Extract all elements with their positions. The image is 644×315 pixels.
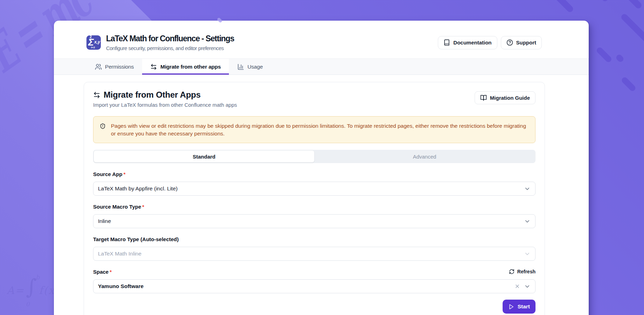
card-header: 2 Σ x,y i=2 LaTeX Math for Confluence - … [54, 21, 589, 58]
space-select[interactable]: Yamuno Software [93, 279, 536, 293]
refresh-icon [509, 269, 514, 274]
mode-advanced[interactable]: Advanced [314, 150, 535, 162]
swap-arrows-icon [93, 91, 100, 99]
background-dash [596, 46, 613, 63]
tab-usage[interactable]: Usage [229, 59, 271, 75]
field-space: Space* Refresh Yamuno Software [93, 268, 536, 293]
refresh-button[interactable]: Refresh [509, 269, 536, 274]
target-macro-type-label: Target Macro Type (Auto-selected) [93, 236, 178, 242]
source-macro-type-label: Source Macro Type* [93, 204, 144, 210]
required-marker: * [124, 171, 126, 177]
warning-banner: Pages with view or edit restrictions may… [93, 116, 536, 143]
swap-arrows-icon [150, 63, 157, 70]
bar-chart-icon [237, 63, 244, 70]
space-label: Space* [93, 269, 112, 275]
source-macro-type-select[interactable]: Inline [93, 214, 536, 228]
shield-alert-icon [100, 122, 106, 137]
page-title: LaTeX Math for Confluence - Settings [106, 34, 234, 43]
field-source-macro-type: Source Macro Type* Inline [93, 203, 536, 228]
chevron-down-icon [524, 218, 531, 225]
migration-panel: Migrate from Other Apps Import your LaTe… [84, 82, 545, 315]
users-icon [95, 63, 102, 70]
source-app-select[interactable]: LaTeX Math by Appfire (incl. Lite) [93, 182, 536, 196]
book-open-icon [480, 94, 487, 101]
formula-lower-limit: 0 [26, 301, 30, 308]
source-app-label: Source App* [93, 171, 125, 177]
mode-switch: Standard Advanced [93, 150, 536, 163]
start-button[interactable]: Start [503, 300, 536, 314]
page-subtitle: Configure security, permissions, and edi… [106, 45, 234, 51]
target-macro-type-select: LaTeX Math Inline [93, 247, 536, 261]
chevron-down-icon [524, 283, 531, 290]
book-icon [443, 39, 450, 46]
migration-guide-button[interactable]: Migration Guide [475, 91, 536, 104]
formula-prefix: A= [7, 284, 24, 296]
background-dash [583, 0, 609, 2]
mode-standard[interactable]: Standard [94, 150, 314, 162]
tab-permissions[interactable]: Permissions [86, 59, 142, 75]
background-dash [553, 0, 574, 13]
app-logo: 2 Σ x,y i=2 [86, 35, 101, 50]
background-dash [620, 13, 644, 44]
background-dash [618, 0, 643, 10]
panel-subtitle: Import your LaTeX formulas from other Co… [93, 102, 237, 108]
field-target-macro-type: Target Macro Type (Auto-selected) LaTeX … [93, 236, 536, 261]
field-source-app: Source App* LaTeX Math by Appfire (incl.… [93, 170, 536, 196]
formula-upper-limit: b [36, 274, 40, 281]
background-dash [621, 76, 637, 92]
settings-card: 2 Σ x,y i=2 LaTeX Math for Confluence - … [54, 21, 589, 315]
clear-icon[interactable] [514, 284, 520, 289]
help-circle-icon [506, 39, 513, 46]
support-button[interactable]: Support [501, 36, 542, 49]
panel-title: Migrate from Other Apps [104, 90, 201, 100]
play-icon [508, 304, 514, 310]
formula-integral-sign: ∫ [26, 274, 37, 299]
tab-bar: Permissions Migrate from other apps Usag… [54, 58, 589, 75]
tab-migrate-from-other-apps[interactable]: Migrate from other apps [142, 59, 229, 75]
chevron-down-icon [524, 251, 531, 257]
required-marker: * [110, 269, 112, 275]
chevron-down-icon [524, 186, 531, 192]
required-marker: * [142, 204, 144, 210]
background-dash [615, 54, 625, 63]
documentation-button[interactable]: Documentation [438, 36, 497, 49]
warning-text: Pages with view or edit restrictions may… [111, 122, 529, 137]
